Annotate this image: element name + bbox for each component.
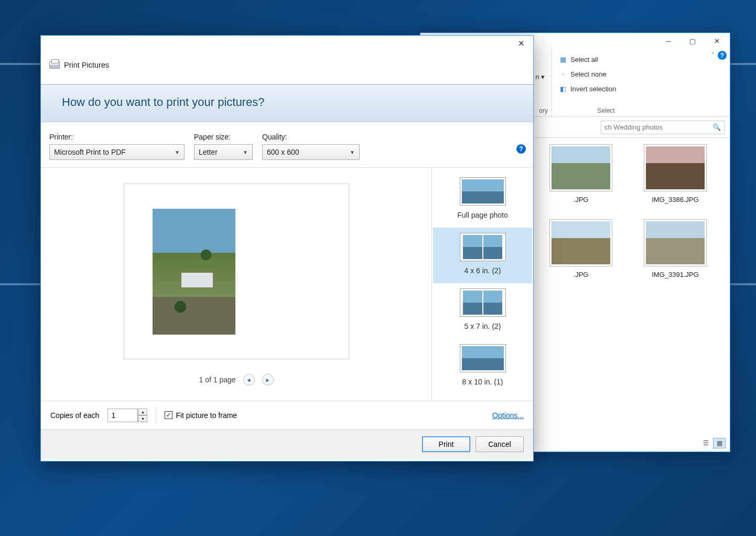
explorer-view-toggle: ☰ ▦ [699, 438, 726, 448]
quality-select[interactable]: 600 x 600 ▼ [262, 144, 360, 160]
copies-input-group: ▲ ▼ [107, 409, 147, 422]
chevron-down-icon: ▼ [243, 149, 248, 155]
fit-label: Fit picture to frame [176, 411, 237, 420]
ribbon-collapse: ˄ ? [711, 51, 727, 60]
printer-option: Printer: Microsoft Print to PDF ▼ [49, 133, 185, 160]
close-button[interactable]: ✕ [705, 33, 729, 49]
options-link[interactable]: Options... [492, 411, 524, 420]
layout-label: 8 x 10 in. (1) [435, 378, 530, 386]
chevron-down-icon: ▼ [175, 149, 180, 155]
separator [156, 407, 156, 424]
select-all-icon: ▦ [559, 55, 567, 63]
file-item[interactable]: IMG_3386.JPG [633, 144, 717, 203]
decorative [200, 249, 212, 261]
copies-spinner: ▲ ▼ [138, 409, 147, 422]
fit-to-frame-checkbox[interactable]: ✓ Fit picture to frame [165, 411, 237, 420]
paper-value: Letter [199, 148, 218, 156]
details-view-button[interactable]: ☰ [699, 438, 712, 448]
copies-row: Copies of each ▲ ▼ ✓ Fit picture to fram… [41, 401, 533, 429]
layout-option-4x6[interactable]: 4 x 6 in. (2) [433, 228, 532, 283]
layout-option-5x7[interactable]: 5 x 7 in. (2) [433, 283, 532, 339]
file-name: .JPG [539, 196, 623, 203]
select-none-button[interactable]: ▫ Select none [559, 67, 653, 81]
search-placeholder: ch Wedding photos [604, 123, 663, 131]
chevron-down-icon: ▼ [350, 149, 355, 155]
select-all-button[interactable]: ▦ Select all [559, 52, 653, 67]
select-none-icon: ▫ [559, 70, 567, 78]
print-options-row: Printer: Microsoft Print to PDF ▼ Paper … [41, 122, 533, 167]
select-none-label: Select none [570, 70, 607, 78]
pager-text: 1 of 1 page [199, 376, 235, 384]
decorative [174, 300, 187, 314]
page-preview [124, 184, 349, 359]
copies-label: Copies of each [50, 411, 99, 420]
dialog-header: Print Pictures [41, 36, 533, 69]
select-all-label: Select all [570, 56, 598, 63]
help-icon[interactable]: ? [516, 144, 526, 154]
paper-option: Paper size: Letter ▼ [194, 133, 253, 160]
layout-thumb [460, 288, 506, 317]
invert-selection-label: Invert selection [570, 85, 616, 93]
maximize-button[interactable]: ▢ [681, 33, 705, 49]
quality-value: 600 x 600 [267, 148, 299, 156]
layout-label: 4 x 6 in. (2) [435, 266, 530, 275]
invert-selection-button[interactable]: ◧ Invert selection [559, 81, 653, 96]
preview-column: 1 of 1 page ◄ ► [41, 168, 431, 401]
printer-select[interactable]: Microsoft Print to PDF ▼ [49, 144, 185, 160]
ribbon-select-caption: Select [559, 107, 653, 116]
close-button[interactable]: ✕ [509, 36, 533, 51]
chevron-up-icon[interactable]: ˄ [711, 52, 715, 59]
copies-input[interactable] [107, 409, 138, 422]
file-thumbnail [549, 144, 612, 191]
printer-value: Microsoft Print to PDF [54, 148, 126, 156]
file-item[interactable]: .JPG [539, 144, 623, 203]
explorer-search-input[interactable]: ch Wedding photos 🔍 [601, 121, 725, 134]
layout-label: 5 x 7 in. (2) [435, 322, 530, 330]
layout-column[interactable]: Full page photo 4 x 6 in. (2) 5 x 7 in. … [431, 168, 533, 401]
copies-up-button[interactable]: ▲ [138, 409, 147, 415]
photo-preview [153, 209, 235, 335]
layout-option-8x10[interactable]: 8 x 10 in. (1) [433, 339, 532, 394]
file-item[interactable]: IMG_3391.JPG [633, 219, 717, 278]
invert-selection-icon: ◧ [559, 84, 567, 93]
file-name: IMG_3386.JPG [633, 196, 717, 203]
pager: 1 of 1 page ◄ ► [199, 374, 273, 385]
layout-thumb [460, 177, 506, 206]
dialog-title: Print Pictures [64, 61, 109, 69]
file-name: .JPG [539, 271, 623, 278]
next-page-button[interactable]: ► [262, 374, 274, 385]
file-item[interactable]: .JPG [539, 219, 623, 278]
print-button[interactable]: Print [422, 436, 470, 452]
paper-label: Paper size: [194, 133, 253, 141]
minimize-button[interactable]: ─ [656, 33, 681, 49]
help-icon[interactable]: ? [718, 51, 727, 60]
layout-label: Full page photo [435, 211, 530, 219]
copies-down-button[interactable]: ▼ [138, 415, 147, 422]
file-thumbnail [549, 219, 612, 266]
printer-label: Printer: [49, 133, 185, 141]
layout-thumb [460, 344, 506, 372]
quality-option: Quality: 600 x 600 ▼ [262, 133, 360, 160]
checkbox-icon: ✓ [165, 411, 172, 419]
file-name: IMG_3391.JPG [633, 271, 717, 278]
layout-option-full-page[interactable]: Full page photo [433, 172, 532, 228]
quality-label: Quality: [262, 133, 360, 141]
dialog-heading: How do you want to print your pictures? [41, 84, 533, 122]
print-pictures-dialog: ✕ Print Pictures How do you want to prin… [40, 35, 534, 462]
printer-icon [49, 61, 60, 69]
file-thumbnail [644, 219, 707, 266]
dialog-button-row: Print Cancel [41, 429, 533, 458]
file-thumbnail [644, 144, 707, 191]
ribbon-group-select: ▦ Select all ▫ Select none ◧ Invert sele… [552, 49, 656, 116]
thumbnails-view-button[interactable]: ▦ [713, 438, 726, 448]
decorative [181, 273, 213, 287]
dialog-main-row: 1 of 1 page ◄ ► Full page photo 4 x 6 in… [41, 167, 533, 401]
search-icon: 🔍 [712, 123, 721, 131]
prev-page-button[interactable]: ◄ [243, 374, 255, 385]
paper-select[interactable]: Letter ▼ [194, 144, 253, 160]
cancel-button[interactable]: Cancel [476, 436, 524, 452]
layout-thumb [460, 233, 506, 261]
